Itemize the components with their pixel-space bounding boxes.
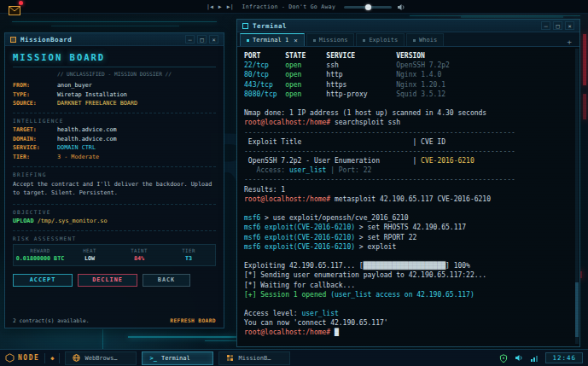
terminal-line: root@localhost:/home# metasploit 42.190.… <box>244 195 573 205</box>
globe-icon <box>73 354 80 362</box>
terminal-line: msf6 > use exploit/openssh/cve_2016_6210 <box>244 214 573 224</box>
risk-heat: HEAT LOW <box>65 248 114 262</box>
divider <box>59 353 60 363</box>
terminal-line: msf6 exploit(CVE-2016-6210) > exploit <box>244 243 573 253</box>
terminal-line: OpenSSH 7.2p2 - User Enumeration | CVE-2… <box>244 157 573 166</box>
mission-board-header: MISSION BOARD <box>13 52 216 67</box>
section-risk-assessment: RISK ASSESSMENT <box>13 230 216 241</box>
terminal-line: ----------------------------------------… <box>244 176 573 185</box>
close-button[interactable]: × <box>565 21 574 30</box>
grid-icon <box>226 354 234 362</box>
terminal-line <box>244 300 573 310</box>
terminal-line: Access: user_list | Port: 22 <box>244 166 573 176</box>
risk-reward: REWARD 0.01800000 BTC <box>15 248 65 262</box>
tab-missions[interactable]: Missions <box>306 33 355 46</box>
terminal-line: [+] Session 1 opened (user_list access o… <box>244 291 573 300</box>
terminal-line <box>244 205 573 214</box>
terminal-line: You can now 'connect 42.190.65.117' <box>244 319 573 328</box>
terminal-window: Terminal – □ × Terminal 1 × Missions Exp… <box>236 19 580 347</box>
divider <box>44 353 45 363</box>
launcher-icon[interactable]: ◆ <box>50 355 54 362</box>
shield-icon[interactable] <box>499 354 508 363</box>
circuit-trace <box>102 329 103 349</box>
refresh-board-button[interactable]: REFRESH BOARD <box>170 317 216 323</box>
minimize-button[interactable]: – <box>185 35 195 44</box>
terminal-line: Results: 1 <box>244 186 573 195</box>
scrollbar-thumb[interactable] <box>575 282 579 337</box>
briefing-text: Accept the contract and I'll deliver the… <box>13 180 216 198</box>
mission-app-icon <box>10 37 16 43</box>
taskbar-logo: NODE <box>5 353 39 363</box>
terminal-line: 22/tcp open ssh OpenSSH 7.2p2 <box>244 61 573 71</box>
section-intelligence: INTELLIGENCE <box>13 113 216 124</box>
network-signal-icon[interactable] <box>530 354 539 362</box>
hexagon-logo-icon <box>5 353 15 363</box>
mission-board-content: MISSION BOARD // UNCLASSIFIED - MISSION … <box>5 46 224 328</box>
tab-exploits[interactable]: Exploits <box>356 33 405 46</box>
system-tray: 12:46 <box>499 352 583 363</box>
tab-terminal-1[interactable]: Terminal 1 × <box>240 33 305 46</box>
tab-close-icon[interactable]: × <box>294 37 298 44</box>
circuit-trace <box>51 26 179 26</box>
tab-icon <box>413 39 416 42</box>
media-prev-button[interactable]: |◀ <box>207 3 213 10</box>
terminal-output[interactable]: PORT STATE SERVICE VERSION22/tcp open ss… <box>237 47 579 346</box>
mail-icon[interactable] <box>9 3 20 12</box>
speaker-icon[interactable] <box>397 3 405 11</box>
topbar: |◀ ▶ ▶| Infraction - Don't Go Away <box>0 0 588 14</box>
mission-window-titlebar[interactable]: MissionBoard – □ × <box>5 33 224 46</box>
minimize-button[interactable]: – <box>541 21 550 30</box>
terminal-line: msf6 exploit(CVE-2016-6210) > set RHOSTS… <box>244 224 573 233</box>
objective-text: UPLOAD /tmp/.sys_monitor.so <box>13 218 216 224</box>
circuit-trace <box>461 16 563 18</box>
terminal-line: root@localhost:/home# █ <box>244 328 573 338</box>
field-from: FROM: anon_buyer <box>13 82 216 89</box>
terminal-line: [*] Waiting for callback... <box>244 282 573 291</box>
maximize-button[interactable]: □ <box>553 21 562 30</box>
terminal-line: 8080/tcp open http-proxy Squid 3.5.12 <box>244 90 573 100</box>
terminal-line <box>244 253 573 262</box>
field-source: SOURCE: DARKNET FREELANCE BOARD <box>13 100 216 107</box>
terminal-scrollbar[interactable] <box>575 49 579 344</box>
terminal-window-titlebar[interactable]: Terminal – □ × <box>237 20 579 32</box>
tab-icon <box>363 39 365 42</box>
media-player: |◀ ▶ ▶| Infraction - Don't Go Away <box>207 0 405 14</box>
contracts-count-label: 2 contract(s) available. <box>13 317 89 323</box>
terminal-line: root@localhost:/home# searchsploit ssh <box>244 119 573 128</box>
new-tab-button[interactable]: + <box>562 38 577 46</box>
field-domain: DOMAIN: health.advice.com <box>13 136 216 142</box>
accept-button[interactable]: ACCEPT <box>13 274 73 287</box>
taskbar-app-terminal[interactable]: >_ Terminal <box>142 351 213 365</box>
close-button[interactable]: × <box>209 35 218 44</box>
mission-footer: 2 contract(s) available. REFRESH BOARD <box>13 317 216 323</box>
media-next-button[interactable]: ▶| <box>227 3 234 10</box>
back-button[interactable]: BACK <box>143 274 190 287</box>
mission-window-title: MissionBoard <box>20 36 72 44</box>
decline-button[interactable]: DECLINE <box>78 274 137 287</box>
risk-taint: TAINT 84% <box>114 248 164 262</box>
volume-knob[interactable] <box>365 4 371 10</box>
taskbar-app-missionboard[interactable]: MissionB… <box>218 351 290 365</box>
tab-whois[interactable]: Whois <box>406 33 444 46</box>
terminal-line: ----------------------------------------… <box>244 129 573 138</box>
section-objective: OBJECTIVE <box>13 204 216 215</box>
section-briefing: BRIEFING <box>13 166 216 177</box>
maximize-button[interactable]: □ <box>197 35 207 44</box>
clock[interactable]: 12:46 <box>545 352 583 363</box>
circuit-trace <box>12 21 217 22</box>
volume-slider[interactable] <box>344 6 392 9</box>
screen: R |◀ ▶ ▶| Infraction - Don't Go Away <box>0 0 588 366</box>
terminal-line: Nmap done: 1 IP address (1 host up) scan… <box>244 109 573 119</box>
taskbar-app-webbrowser[interactable]: WebBrows… <box>65 351 137 365</box>
notification-badge <box>19 1 23 5</box>
tab-icon <box>247 39 249 42</box>
envelope-icon <box>9 6 20 15</box>
volume-icon[interactable] <box>515 354 523 362</box>
terminal-line: Exploiting 42.190.65.117... [███████████… <box>244 262 573 271</box>
taskbar: NODE ◆ WebBrows… >_ Terminal MissionB… <box>0 349 588 366</box>
terminal-line: msf6 exploit(CVE-2016-6210) > set RPORT … <box>244 234 573 243</box>
terminal-line: PORT STATE SERVICE VERSION <box>244 52 573 61</box>
field-service: SERVICE: DOMAIN CTRL <box>13 144 216 151</box>
media-play-button[interactable]: ▶ <box>218 3 222 10</box>
terminal-line: [*] Sending user enumeration payload to … <box>244 271 573 281</box>
